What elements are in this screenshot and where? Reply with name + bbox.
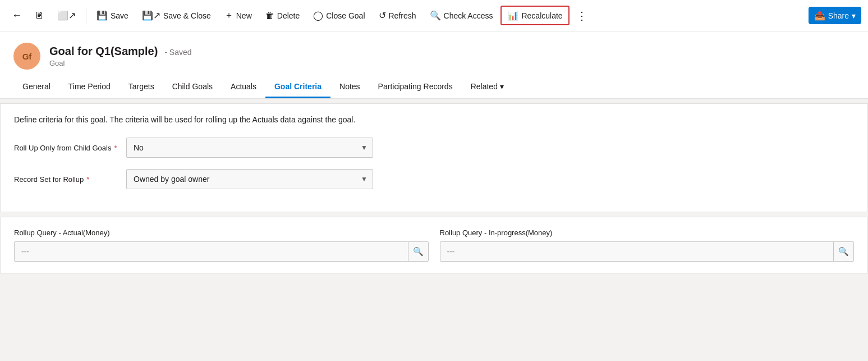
check-access-button[interactable]: 🔍 Check Access	[424, 7, 499, 24]
toolbar: ← 🖹 ⬜↗ 💾 Save 💾↗ Save & Close ＋ New 🗑 De…	[0, 0, 868, 31]
rollup-actual-label: Rollup Query - Actual(Money)	[14, 229, 429, 237]
rollup-actual-value: ---	[15, 247, 408, 256]
more-options-button[interactable]: ⋮	[572, 6, 592, 26]
related-chevron-icon: ▾	[500, 82, 504, 91]
new-icon: ＋	[224, 10, 233, 21]
rollup-grid: Rollup Query - Actual(Money) --- 🔍 Rollu…	[14, 229, 854, 262]
open-in-new-button[interactable]: ⬜↗	[52, 7, 81, 24]
save-close-label: Save & Close	[163, 11, 211, 20]
save-label: Save	[111, 11, 128, 20]
tab-actuals[interactable]: Actuals	[222, 76, 265, 98]
new-label: New	[236, 11, 252, 20]
delete-button[interactable]: 🗑 Delete	[260, 7, 305, 24]
save-button[interactable]: 💾 Save	[91, 7, 134, 24]
delete-label: Delete	[277, 11, 300, 20]
share-icon: 📤	[814, 10, 825, 21]
roll-up-row: Roll Up Only from Child Goals * No Yes ▼	[14, 138, 854, 158]
record-set-row: Record Set for Rollup * Owned by goal ow…	[14, 169, 854, 189]
record-type: Goal	[49, 59, 192, 67]
tab-bar: General Time Period Targets Child Goals …	[13, 76, 855, 98]
recalculate-button[interactable]: 📊 Recalculate	[500, 6, 569, 25]
recalculate-icon: 📊	[507, 10, 518, 21]
recalculate-label: Recalculate	[521, 11, 562, 20]
notes-icon: 🖹	[35, 11, 44, 21]
close-goal-label: Close Goal	[326, 11, 365, 20]
tab-child-goals[interactable]: Child Goals	[163, 76, 222, 98]
share-chevron-icon: ▾	[852, 11, 856, 20]
record-title-row: Gf Goal for Q1(Sample) - Saved Goal	[13, 43, 855, 70]
record-set-label: Record Set for Rollup *	[14, 175, 126, 184]
back-button[interactable]: ←	[7, 6, 27, 26]
avatar: Gf	[13, 43, 40, 70]
back-icon: ←	[12, 10, 22, 21]
refresh-button[interactable]: ↺ Refresh	[373, 7, 422, 24]
separator-1	[86, 8, 86, 24]
close-goal-button[interactable]: ◯ Close Goal	[307, 7, 370, 24]
search-icon: 🔍	[413, 246, 424, 257]
rollup-actual-field: Rollup Query - Actual(Money) --- 🔍	[14, 229, 429, 262]
roll-up-label: Roll Up Only from Child Goals *	[14, 144, 126, 152]
record-name-block: Goal for Q1(Sample) - Saved Goal	[49, 45, 192, 67]
notes-button[interactable]: 🖹	[29, 7, 49, 24]
rollup-actual-input-wrapper: --- 🔍	[14, 241, 429, 262]
new-button[interactable]: ＋ New	[219, 6, 258, 25]
refresh-icon: ↺	[379, 10, 386, 21]
check-access-label: Check Access	[444, 11, 493, 20]
tab-participating-records[interactable]: Participating Records	[369, 76, 462, 98]
tab-notes[interactable]: Notes	[330, 76, 369, 98]
delete-icon: 🗑	[265, 11, 274, 21]
rollup-inprogress-value: ---	[440, 247, 834, 256]
search-icon-2: 🔍	[838, 246, 849, 257]
save-close-icon: 💾↗	[142, 10, 160, 21]
roll-up-select-wrapper: No Yes ▼	[126, 138, 373, 158]
refresh-label: Refresh	[389, 11, 416, 20]
check-access-icon: 🔍	[430, 10, 441, 21]
open-icon: ⬜↗	[57, 10, 76, 21]
criteria-description: Define criteria for this goal. The crite…	[14, 115, 854, 124]
tab-time-period[interactable]: Time Period	[59, 76, 120, 98]
rollup-inprogress-label: Rollup Query - In-progress(Money)	[440, 229, 855, 237]
record-set-select[interactable]: Owned by goal owner All records	[126, 169, 373, 189]
tab-goal-criteria[interactable]: Goal Criteria	[265, 76, 330, 98]
tab-general[interactable]: General	[13, 76, 59, 98]
save-icon: 💾	[97, 10, 108, 21]
share-button[interactable]: 📤 Share ▾	[809, 7, 861, 24]
record-name: Goal for Q1(Sample)	[49, 45, 158, 57]
record-set-select-wrapper: Owned by goal owner All records ▼	[126, 169, 373, 189]
save-close-button[interactable]: 💾↗ Save & Close	[136, 7, 217, 24]
tab-related[interactable]: Related ▾	[462, 76, 513, 98]
rollup-inprogress-field: Rollup Query - In-progress(Money) --- 🔍	[440, 229, 855, 262]
roll-up-select[interactable]: No Yes	[126, 138, 373, 158]
close-goal-icon: ◯	[313, 10, 323, 21]
rollup-actual-search-button[interactable]: 🔍	[408, 241, 428, 262]
roll-up-required: *	[114, 144, 117, 152]
goal-criteria-section: Define criteria for this goal. The crite…	[0, 103, 868, 212]
record-set-required: *	[86, 175, 89, 184]
rollup-queries-section: Rollup Query - Actual(Money) --- 🔍 Rollu…	[0, 217, 868, 273]
record-header: Gf Goal for Q1(Sample) - Saved Goal Gene…	[0, 31, 868, 99]
record-saved-label: - Saved	[164, 48, 191, 57]
rollup-inprogress-search-button[interactable]: 🔍	[833, 241, 853, 262]
tab-targets[interactable]: Targets	[120, 76, 163, 98]
share-label: Share	[828, 11, 849, 20]
main-content: Gf Goal for Q1(Sample) - Saved Goal Gene…	[0, 31, 868, 273]
rollup-inprogress-input-wrapper: --- 🔍	[440, 241, 855, 262]
more-icon: ⋮	[576, 9, 587, 22]
